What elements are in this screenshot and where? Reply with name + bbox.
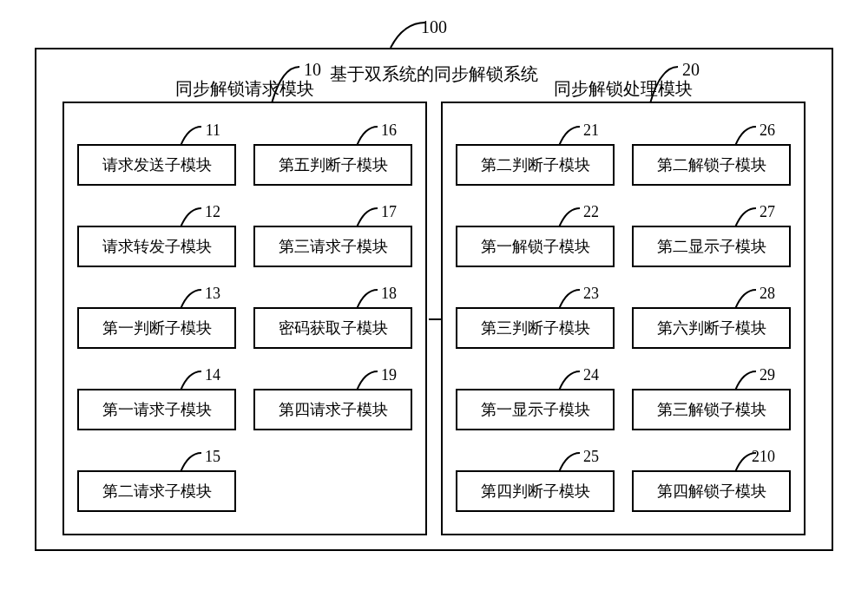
submodule-id: 26 — [760, 121, 775, 140]
leader-line-icon — [554, 285, 580, 309]
submodule-label: 第一显示子模块 — [456, 389, 615, 430]
submodule-label: 第六判断子模块 — [632, 307, 791, 349]
submodule: 28 第六判断子模块 — [632, 279, 791, 349]
diagram-root: 100 基于双系统的同步解锁系统 10 同步解锁请求模块 11 请求发送子模块 — [35, 48, 833, 551]
leader-line-icon — [730, 285, 756, 309]
submodule-id: 16 — [381, 121, 397, 140]
submodule: 17 第三请求子模块 — [253, 198, 412, 267]
submodule: 12 请求转发子模块 — [77, 198, 236, 267]
submodule: 13 第一判断子模块 — [77, 279, 236, 349]
submodule: 27 第二显示子模块 — [632, 198, 791, 267]
submodule-label: 请求转发子模块 — [77, 226, 236, 267]
submodule: 16 第五判断子模块 — [253, 116, 412, 186]
request-col-2: 16 第五判断子模块 17 第三请求子模块 18 密码获取子模块 — [253, 116, 412, 529]
submodule: 15 第二请求子模块 — [77, 443, 236, 512]
submodule-id: 23 — [583, 285, 599, 303]
submodule: 25 第四判断子模块 — [456, 443, 615, 512]
submodule-label: 请求发送子模块 — [77, 144, 236, 186]
submodule-label: 第二显示子模块 — [632, 226, 791, 267]
submodule: 29 第三解锁子模块 — [632, 361, 791, 430]
submodule-id: 22 — [583, 203, 599, 221]
system-id: 100 — [421, 17, 447, 37]
process-module-columns: 21 第二判断子模块 22 第一解锁子模块 23 第三判断子模块 — [443, 103, 804, 534]
leader-line-icon — [352, 366, 378, 390]
leader-line-icon — [175, 448, 201, 472]
submodule: 24 第一显示子模块 — [456, 361, 615, 430]
submodule: 14 第一请求子模块 — [77, 361, 236, 430]
submodule-id: 25 — [583, 448, 599, 466]
leader-line-icon — [730, 121, 756, 146]
process-col-2: 26 第二解锁子模块 27 第二显示子模块 28 第六判断子模块 — [632, 116, 791, 529]
request-col-1: 11 请求发送子模块 12 请求转发子模块 13 第一判断子模块 — [77, 116, 236, 529]
submodule: 21 第二判断子模块 — [456, 116, 615, 186]
leader-line-icon — [554, 203, 580, 227]
request-module-title: 同步解锁请求模块 — [64, 77, 425, 101]
submodule-label: 第一请求子模块 — [77, 389, 236, 430]
submodule-id: 13 — [205, 285, 220, 303]
system-box: 基于双系统的同步解锁系统 10 同步解锁请求模块 11 请求发送子模块 12 — [35, 48, 833, 551]
submodule-id: 12 — [205, 203, 220, 221]
submodule-label: 第一解锁子模块 — [456, 226, 615, 267]
submodule: 22 第一解锁子模块 — [456, 198, 615, 267]
leader-line-icon — [175, 366, 201, 390]
submodule-id: 18 — [381, 285, 397, 303]
leader-line-icon — [730, 366, 756, 390]
submodule-id: 14 — [205, 366, 220, 384]
submodule-label: 第三解锁子模块 — [632, 389, 791, 430]
leader-line-icon — [730, 203, 756, 227]
submodule: 19 第四请求子模块 — [253, 361, 412, 430]
submodule-label: 第四请求子模块 — [253, 389, 412, 430]
submodule-id: 21 — [583, 121, 599, 140]
request-module-box: 10 同步解锁请求模块 11 请求发送子模块 12 请求转发子模块 — [62, 102, 427, 535]
leader-line-icon — [352, 285, 378, 309]
leader-line-icon — [554, 448, 580, 472]
submodule-label: 第一判断子模块 — [77, 307, 236, 349]
submodule: 18 密码获取子模块 — [253, 279, 412, 349]
submodule-label: 第三判断子模块 — [456, 307, 615, 349]
submodule-label: 第四解锁子模块 — [632, 470, 791, 512]
submodule: 210 第四解锁子模块 — [632, 443, 791, 512]
leader-line-icon — [352, 121, 378, 146]
submodule-id: 15 — [205, 448, 220, 466]
submodule-label: 密码获取子模块 — [253, 307, 412, 349]
submodule-label: 第二判断子模块 — [456, 144, 615, 186]
submodule-id: 29 — [760, 366, 775, 384]
submodule-id: 24 — [583, 366, 599, 384]
leader-line-icon — [382, 17, 425, 48]
process-col-1: 21 第二判断子模块 22 第一解锁子模块 23 第三判断子模块 — [456, 116, 615, 529]
submodule: 23 第三判断子模块 — [456, 279, 615, 349]
submodule-label: 第五判断子模块 — [253, 144, 412, 186]
leader-line-icon — [175, 285, 201, 309]
leader-line-icon — [175, 121, 201, 146]
submodule: 11 请求发送子模块 — [77, 116, 236, 186]
submodule-id: 19 — [381, 366, 397, 384]
submodule-id: 210 — [752, 448, 775, 466]
leader-line-icon — [352, 203, 378, 227]
submodule-label: 第三请求子模块 — [253, 226, 412, 267]
leader-line-icon — [175, 203, 201, 227]
submodule-id: 11 — [206, 121, 220, 140]
process-module-box: 20 同步解锁处理模块 21 第二判断子模块 22 第一解锁子模块 — [441, 102, 806, 535]
submodule-id: 27 — [760, 203, 775, 221]
request-module-columns: 11 请求发送子模块 12 请求转发子模块 13 第一判断子模块 — [64, 103, 425, 534]
process-module-title: 同步解锁处理模块 — [443, 77, 804, 101]
leader-line-icon — [554, 366, 580, 390]
submodule-label: 第四判断子模块 — [456, 470, 615, 512]
leader-line-icon — [554, 121, 580, 146]
submodule-label: 第二解锁子模块 — [632, 144, 791, 186]
submodule: 26 第二解锁子模块 — [632, 116, 791, 186]
submodule-id: 28 — [760, 285, 775, 303]
submodule-id: 17 — [381, 203, 397, 221]
submodule-label: 第二请求子模块 — [77, 470, 236, 512]
